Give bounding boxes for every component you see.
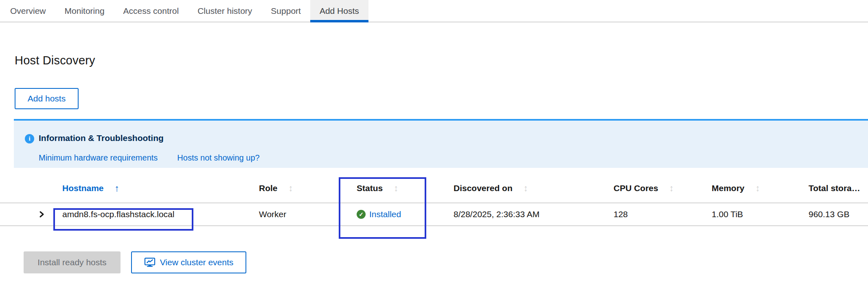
column-label: Status [357,183,383,193]
sort-ascending-icon: ↑ [115,183,120,194]
hostname-column-header[interactable]: Hostname ↑ [62,183,259,194]
table-footer-actions: Install ready hosts View cluster events [24,251,246,273]
sort-icon: ↕ [394,183,398,194]
discovered-on-column-header[interactable]: Discovered on ↕ [454,183,614,194]
hosts-table: Hostname ↑ Role ↕ Status ↕ Discovered on… [0,174,868,226]
add-hosts-page: Overview Monitoring Access control Clust… [0,0,868,295]
tab-label: Access control [123,6,179,16]
sort-icon: ↕ [524,183,528,194]
tab-support[interactable]: Support [261,0,310,22]
sort-icon: ↕ [669,183,674,194]
discovered-on-cell: 8/28/2025, 2:36:33 AM [454,209,614,219]
view-cluster-events-button[interactable]: View cluster events [131,251,246,273]
host-table-row: amdn8.fs-ocp.flashstack.local Worker ✓ I… [0,203,868,226]
cluster-tab-bar: Overview Monitoring Access control Clust… [0,0,868,22]
column-label: CPU Cores [614,183,658,193]
column-label: Role [259,183,278,193]
cpu-cores-cell: 128 [614,209,712,219]
hosts-not-showing-up-link[interactable]: Hosts not showing up? [177,153,259,163]
expand-row-button[interactable] [37,209,46,220]
monitoring-icon [144,258,156,267]
column-label: Memory [712,183,745,193]
check-glyph: ✓ [359,211,364,218]
add-hosts-button[interactable]: Add hosts [15,88,79,109]
chevron-right-icon [39,210,44,218]
info-icon-glyph: i [28,135,30,142]
page-title: Host Discovery [15,54,95,67]
tab-label: Cluster history [197,6,252,16]
tab-monitoring[interactable]: Monitoring [55,0,114,22]
minimum-hardware-requirements-link[interactable]: Minimum hardware requirements [39,153,158,163]
button-label: View cluster events [160,258,234,267]
memory-column-header[interactable]: Memory ↕ [712,183,809,194]
tab-cluster-history[interactable]: Cluster history [188,0,261,22]
total-storage-cell: 960.13 GB [809,209,868,219]
info-alert: i Information & Troubleshooting Minimum … [14,119,868,168]
sort-icon: ↕ [756,183,760,194]
tab-label: Support [271,6,301,16]
tab-access-control[interactable]: Access control [114,0,189,22]
column-label: Total stora… [809,183,860,193]
role-cell: Worker [259,209,357,219]
memory-cell: 1.00 TiB [712,209,809,219]
status-installed-link[interactable]: Installed [369,209,401,219]
tab-add-hosts[interactable]: Add Hosts [310,0,368,22]
role-column-header[interactable]: Role ↕ [259,183,357,194]
alert-title: Information & Troubleshooting [39,133,164,143]
install-ready-hosts-button[interactable]: Install ready hosts [24,251,121,273]
alert-links: Minimum hardware requirements Hosts not … [39,153,260,163]
tab-label: Monitoring [65,6,105,16]
sort-icon: ↕ [289,183,293,194]
column-label: Discovered on [454,183,513,193]
tab-label: Add Hosts [320,6,359,16]
column-label: Hostname [62,183,104,193]
tab-label: Overview [10,6,46,16]
status-column-header[interactable]: Status ↕ [357,183,454,194]
tab-overview[interactable]: Overview [1,0,55,22]
info-icon: i [25,134,34,143]
success-circle-icon: ✓ [357,210,366,219]
status-cell: ✓ Installed [357,209,454,219]
cpu-cores-column-header[interactable]: CPU Cores ↕ [614,183,712,194]
expand-cell [0,209,62,220]
hostname-cell: amdn8.fs-ocp.flashstack.local [62,209,259,219]
total-storage-column-header[interactable]: Total stora… [809,183,868,193]
hosts-table-header-row: Hostname ↑ Role ↕ Status ↕ Discovered on… [0,174,868,203]
